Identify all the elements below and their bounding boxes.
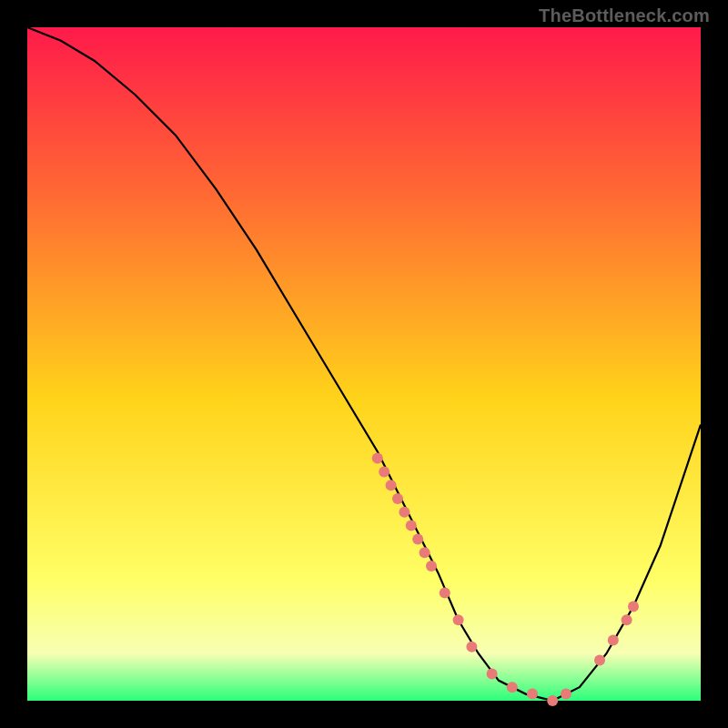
highlight-dot — [487, 668, 498, 679]
highlight-dot — [420, 547, 430, 558]
highlight-dot — [561, 689, 571, 700]
highlight-dot — [392, 493, 403, 504]
highlight-dot — [379, 466, 389, 477]
highlight-dot — [399, 507, 410, 518]
highlight-dot — [594, 655, 605, 666]
highlight-dot — [412, 533, 423, 544]
highlight-dot — [547, 695, 558, 706]
highlight-dot — [466, 642, 477, 652]
bottleneck-chart — [0, 0, 728, 728]
highlight-dot — [507, 682, 518, 693]
highlight-dot — [628, 601, 639, 612]
chart-container: TheBottleneck.com — [0, 0, 728, 728]
highlight-dot — [622, 614, 632, 625]
highlight-dot — [440, 588, 450, 599]
highlight-dot — [372, 453, 383, 464]
highlight-dot — [386, 480, 397, 490]
highlight-dot — [426, 561, 437, 571]
highlight-dot — [406, 521, 417, 531]
highlight-dot — [527, 689, 538, 700]
watermark-text: TheBottleneck.com — [539, 5, 710, 26]
plot-area — [27, 27, 701, 701]
highlight-dot — [608, 634, 619, 645]
highlight-dot — [453, 614, 464, 625]
